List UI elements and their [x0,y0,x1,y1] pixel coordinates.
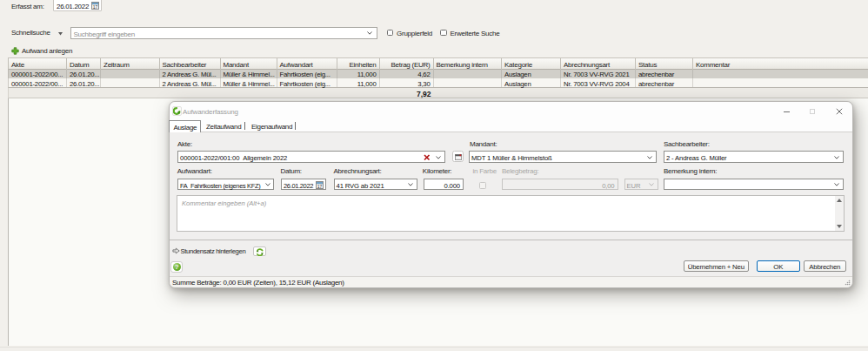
svg-text:17: 17 [93,4,98,10]
svg-text:17: 17 [317,183,323,188]
